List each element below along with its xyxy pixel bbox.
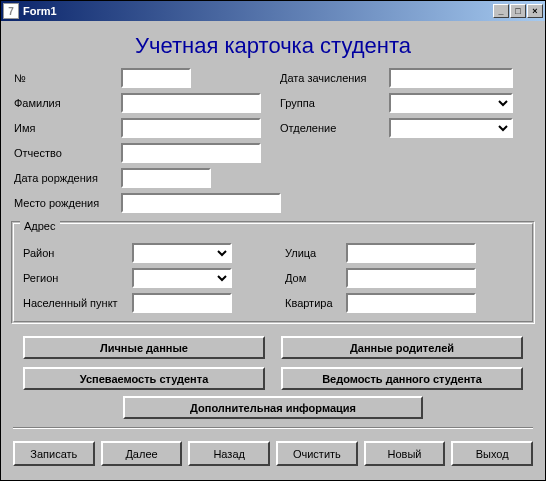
label-district: Район	[20, 245, 132, 261]
select-group[interactable]	[389, 93, 513, 113]
input-street[interactable]	[346, 243, 476, 263]
input-enroll-date[interactable]	[389, 68, 513, 88]
select-district[interactable]	[132, 243, 232, 263]
parents-data-button[interactable]: Данные родителей	[281, 336, 523, 359]
label-locality: Населенный пункт	[20, 295, 132, 311]
additional-info-button[interactable]: Дополнительная информация	[123, 396, 423, 419]
select-department[interactable]	[389, 118, 513, 138]
app-icon: 7	[3, 3, 19, 19]
label-number: №	[11, 70, 121, 86]
minimize-button[interactable]: _	[493, 4, 509, 18]
label-house: Дом	[282, 270, 346, 286]
input-birth-place[interactable]	[121, 193, 281, 213]
page-title: Учетная карточка студента	[7, 25, 539, 65]
label-group: Группа	[277, 95, 389, 111]
label-birth-place: Место рождения	[11, 195, 121, 211]
select-region[interactable]	[132, 268, 232, 288]
input-name[interactable]	[121, 118, 261, 138]
input-number[interactable]	[121, 68, 191, 88]
close-button[interactable]: ×	[527, 4, 543, 18]
input-flat[interactable]	[346, 293, 476, 313]
label-enroll-date: Дата зачисления	[277, 70, 389, 86]
save-button[interactable]: Записать	[13, 441, 95, 466]
maximize-button[interactable]: □	[510, 4, 526, 18]
input-birth-date[interactable]	[121, 168, 211, 188]
groupbox-address: Адрес Район Регион Населенный пункт	[11, 221, 535, 324]
label-name: Имя	[11, 120, 121, 136]
input-locality[interactable]	[132, 293, 232, 313]
groupbox-caption: Адрес	[20, 220, 60, 232]
label-region: Регион	[20, 270, 132, 286]
next-button[interactable]: Далее	[101, 441, 183, 466]
input-surname[interactable]	[121, 93, 261, 113]
titlebar: 7 Form1 _ □ ×	[1, 1, 545, 21]
label-street: Улица	[282, 245, 346, 261]
label-surname: Фамилия	[11, 95, 121, 111]
label-patronymic: Отчество	[11, 145, 121, 161]
divider	[13, 427, 533, 429]
input-house[interactable]	[346, 268, 476, 288]
label-department: Отделение	[277, 120, 389, 136]
student-vedomost-button[interactable]: Ведомость данного студента	[281, 367, 523, 390]
input-patronymic[interactable]	[121, 143, 261, 163]
label-birth-date: Дата рорждения	[11, 170, 121, 186]
clear-button[interactable]: Очистить	[276, 441, 358, 466]
label-flat: Квартира	[282, 295, 346, 311]
student-progress-button[interactable]: Успеваемость студента	[23, 367, 265, 390]
window-title: Form1	[23, 5, 492, 17]
back-button[interactable]: Назад	[188, 441, 270, 466]
form-body: Учетная карточка студента № Фамилия Имя …	[1, 21, 545, 480]
personal-data-button[interactable]: Личные данные	[23, 336, 265, 359]
new-button[interactable]: Новый	[364, 441, 446, 466]
exit-button[interactable]: Выход	[451, 441, 533, 466]
window: 7 Form1 _ □ × Учетная карточка студента …	[0, 0, 546, 481]
